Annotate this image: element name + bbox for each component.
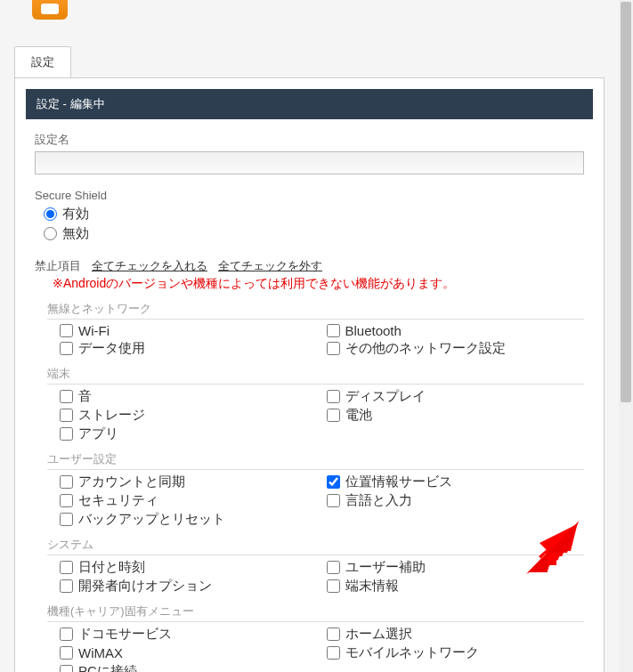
group-title: ユーザー設定 — [47, 451, 584, 470]
checkbox-input[interactable] — [60, 390, 73, 403]
check-item[interactable]: PCに接続 — [60, 663, 318, 672]
uncheck-all-link[interactable]: 全てチェックを外す — [218, 258, 322, 274]
checkbox-input[interactable] — [60, 475, 73, 489]
checkbox-input[interactable] — [60, 342, 73, 355]
app-logo-icon — [32, 0, 68, 20]
checkbox-input[interactable] — [60, 646, 73, 660]
checkbox-label: ストレージ — [78, 407, 145, 424]
check-grid: Wi-FiBluetoothデータ使用その他のネットワーク設定 — [60, 323, 584, 357]
check-all-link[interactable]: 全てチェックを入れる — [92, 258, 207, 274]
check-item[interactable]: データ使用 — [60, 340, 318, 357]
check-grid: 音ディスプレイストレージ電池アプリ — [60, 388, 584, 442]
check-item[interactable]: アプリ — [60, 425, 318, 442]
checkbox-label: ドコモサービス — [78, 626, 172, 643]
check-item[interactable]: その他のネットワーク設定 — [327, 340, 585, 357]
scrollbar-thumb[interactable] — [621, 2, 631, 402]
check-item[interactable]: Bluetooth — [327, 323, 585, 338]
checkbox-input[interactable] — [327, 646, 340, 660]
check-item[interactable]: 日付と時刻 — [60, 559, 318, 576]
checkbox-label: 位置情報サービス — [345, 474, 452, 490]
checkbox-input[interactable] — [327, 579, 340, 593]
check-grid: 日付と時刻ユーザー補助開発者向けオプション端末情報 — [60, 559, 584, 595]
check-item[interactable]: 位置情報サービス — [327, 474, 585, 490]
check-item[interactable]: ストレージ — [60, 407, 318, 424]
group-title: 機種(キャリア)固有メニュー — [47, 603, 584, 622]
checkbox-label: その他のネットワーク設定 — [345, 340, 506, 357]
group-1: 端末音ディスプレイストレージ電池アプリ — [47, 366, 584, 442]
radio-disabled-input[interactable] — [44, 227, 57, 240]
checkbox-input[interactable] — [327, 342, 340, 355]
check-grid: ドコモサービスホーム選択WiMAXモバイルネットワークPCに接続 — [60, 626, 584, 672]
shield-enabled-radio[interactable]: 有効 — [44, 206, 584, 223]
check-item[interactable]: モバイルネットワーク — [327, 644, 585, 661]
checkbox-input[interactable] — [60, 513, 73, 526]
checkbox-input[interactable] — [60, 409, 73, 422]
check-item[interactable]: ユーザー補助 — [327, 559, 585, 576]
checkbox-input[interactable] — [60, 627, 73, 641]
radio-enabled-input[interactable] — [44, 207, 57, 221]
group-3: システム日付と時刻ユーザー補助開発者向けオプション端末情報 — [47, 537, 584, 595]
check-item[interactable]: 開発者向けオプション — [60, 578, 318, 595]
check-item[interactable]: バックアップとリセット — [60, 511, 318, 528]
checkbox-input[interactable] — [327, 390, 340, 403]
checkbox-label: ユーザー補助 — [345, 559, 426, 576]
shield-label: Secure Shield — [35, 189, 584, 202]
checkbox-input[interactable] — [327, 627, 340, 641]
group-0: 無線とネットワークWi-FiBluetoothデータ使用その他のネットワーク設定 — [47, 301, 584, 357]
prohibit-label: 禁止項目 — [35, 258, 81, 274]
checkbox-input[interactable] — [60, 665, 73, 672]
settings-panel: 設定 - 編集中 設定名 Secure Shield 有効 無効 禁止項目 全て… — [14, 77, 605, 672]
checkbox-label: 音 — [78, 388, 92, 405]
group-title: 無線とネットワーク — [47, 301, 584, 320]
check-item[interactable]: ホーム選択 — [327, 626, 585, 643]
checkbox-input[interactable] — [327, 561, 340, 574]
group-2: ユーザー設定アカウントと同期位置情報サービスセキュリティ言語と入力バックアップと… — [47, 451, 584, 528]
group-title: システム — [47, 537, 584, 555]
group-4: 機種(キャリア)固有メニュードコモサービスホーム選択WiMAXモバイルネットワー… — [47, 603, 584, 672]
checkbox-label: WiMAX — [78, 645, 123, 660]
check-item[interactable]: 電池 — [327, 407, 585, 424]
checkbox-input[interactable] — [327, 494, 340, 507]
checkbox-label: ホーム選択 — [345, 626, 412, 643]
warning-text: ※Androidのバージョンや機種によっては利用できない機能があります。 — [53, 276, 584, 292]
check-item[interactable]: セキュリティ — [60, 492, 318, 509]
checkbox-input[interactable] — [60, 324, 73, 337]
tab-bar: 設定 — [14, 46, 605, 77]
check-item[interactable]: アカウントと同期 — [60, 474, 318, 490]
checkbox-input[interactable] — [60, 561, 73, 574]
checkbox-input[interactable] — [60, 579, 73, 593]
checkbox-input[interactable] — [60, 427, 73, 441]
radio-enabled-label: 有効 — [62, 206, 89, 223]
check-item[interactable]: WiMAX — [60, 644, 318, 661]
radio-disabled-label: 無効 — [62, 225, 89, 242]
checkbox-label: Wi-Fi — [78, 323, 110, 338]
checkbox-label: アカウントと同期 — [78, 474, 185, 490]
checkbox-label: Bluetooth — [345, 323, 402, 338]
checkbox-label: ディスプレイ — [345, 388, 426, 405]
checkbox-input[interactable] — [327, 324, 340, 337]
checkbox-label: PCに接続 — [78, 663, 137, 672]
checkbox-label: 端末情報 — [345, 578, 399, 595]
check-grid: アカウントと同期位置情報サービスセキュリティ言語と入力バックアップとリセット — [60, 474, 584, 528]
check-item[interactable]: 言語と入力 — [327, 492, 585, 509]
checkbox-label: モバイルネットワーク — [345, 644, 479, 661]
checkbox-input[interactable] — [60, 494, 73, 507]
name-label: 設定名 — [35, 132, 584, 148]
settings-name-input[interactable] — [35, 151, 584, 174]
checkbox-label: 電池 — [345, 407, 372, 424]
checkbox-label: アプリ — [78, 425, 118, 442]
check-item[interactable]: ドコモサービス — [60, 626, 318, 643]
scrollbar-track[interactable] — [619, 0, 633, 672]
checkbox-label: データ使用 — [78, 340, 145, 357]
tab-settings[interactable]: 設定 — [14, 46, 71, 77]
checkbox-input[interactable] — [327, 475, 340, 489]
checkbox-label: 開発者向けオプション — [78, 578, 212, 595]
shield-disabled-radio[interactable]: 無効 — [44, 225, 584, 242]
checkbox-label: 日付と時刻 — [78, 559, 145, 576]
checkbox-input[interactable] — [327, 409, 340, 422]
check-item[interactable]: 端末情報 — [327, 578, 585, 595]
check-item[interactable]: 音 — [60, 388, 318, 405]
group-title: 端末 — [47, 366, 584, 385]
check-item[interactable]: ディスプレイ — [327, 388, 585, 405]
check-item[interactable]: Wi-Fi — [60, 323, 318, 338]
